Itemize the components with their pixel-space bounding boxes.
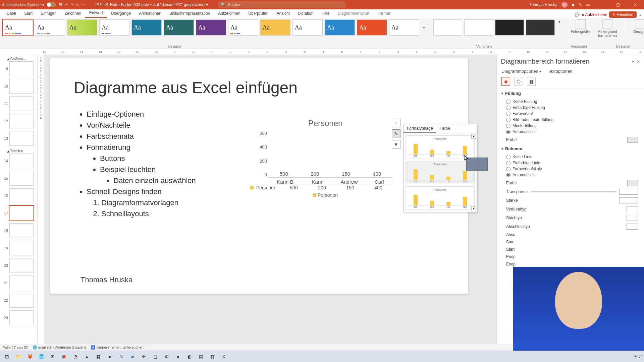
slide-thumbnail-panel[interactable]: ◢ Grafiken... 9 10 11 12 13 ◢ Tabellen 1…: [0, 55, 38, 344]
taskbar-app-icon[interactable]: ▤: [196, 352, 206, 361]
slide-size-button[interactable]: Foliengröße: [569, 19, 592, 38]
slide-thumbnail[interactable]: [9, 223, 34, 238]
fill-color-picker[interactable]: [627, 137, 638, 143]
tab-animationen[interactable]: Animationen: [135, 10, 165, 18]
comments-icon[interactable]: 💬: [575, 12, 580, 17]
taskbar-app-icon[interactable]: ⊚: [162, 352, 172, 361]
chart-styles-flyout[interactable]: Formatvorlage Farbe ▴ Personen 500200150…: [403, 124, 477, 212]
taskbar-app-icon[interactable]: ●: [173, 352, 183, 361]
taskbar-powerpoint-icon[interactable]: ▣: [59, 352, 69, 361]
slide-thumbnail[interactable]: [9, 310, 34, 325]
user-avatar[interactable]: TH: [561, 2, 568, 8]
slide-counter[interactable]: Folie 17 von 32: [3, 346, 28, 350]
flyout-tab-color[interactable]: Farbe: [436, 124, 453, 133]
taskpane-close-icon[interactable]: ✕: [637, 59, 640, 64]
slide-thumbnail[interactable]: [9, 241, 34, 255]
chart-style-option[interactable]: Personen 500200150400: [406, 186, 475, 210]
taskbar-vscode-icon[interactable]: ▰: [127, 352, 138, 361]
close-button[interactable]: ✕: [629, 2, 642, 7]
variant-thumbnail[interactable]: [526, 19, 555, 36]
taskbar-firefox-icon[interactable]: 🦊: [25, 352, 35, 361]
filename-dropdown-icon[interactable]: ▾: [206, 2, 208, 7]
transparency-slider[interactable]: [531, 191, 616, 192]
fill-pattern-radio[interactable]: Musterfüllung: [506, 123, 635, 129]
flyout-tab-style[interactable]: Formatvorlage: [404, 124, 436, 133]
taskbar-explorer-icon[interactable]: 📁: [13, 352, 23, 361]
cap-dropdown[interactable]: [627, 224, 638, 230]
slide-thumbnail[interactable]: [9, 276, 34, 290]
taskpane-dropdown-icon[interactable]: ▾: [632, 59, 634, 64]
tab-format[interactable]: Format: [373, 10, 394, 18]
theme-thumbnail[interactable]: Aa: [131, 19, 162, 36]
slide-thumbnail[interactable]: [9, 131, 34, 146]
slide-thumbnail[interactable]: [9, 171, 34, 186]
taskbar-outlook-icon[interactable]: ✉: [48, 352, 58, 361]
maximize-button[interactable]: ▢: [611, 2, 625, 7]
slide-thumbnail[interactable]: [9, 188, 34, 203]
user-name[interactable]: Thomas Hruska: [529, 2, 557, 7]
tab-aufzeichnen[interactable]: Aufzeichnen: [214, 10, 244, 18]
theme-thumbnail[interactable]: Aa: [292, 19, 323, 36]
slide-title[interactable]: Diagramme aus Excel einfügen: [74, 78, 298, 97]
tab-entwurf[interactable]: Entwurf: [85, 9, 107, 18]
tab-ansicht[interactable]: Ansicht: [272, 10, 293, 18]
undo-icon[interactable]: ↶: [65, 3, 68, 7]
accessibility-checker[interactable]: ♿ Barrierefreiheit: Untersuchen: [91, 345, 144, 350]
theme-thumbnail[interactable]: Aa: [67, 19, 97, 36]
variant-thumbnail[interactable]: [495, 19, 524, 36]
slide-thumbnail[interactable]: [9, 293, 34, 308]
size-tab-icon[interactable]: ▦: [527, 77, 536, 86]
record-button[interactable]: ● Aufzeichnen: [582, 12, 607, 17]
designs-more-icon[interactable]: ▾: [421, 25, 427, 30]
fill-gradient-radio[interactable]: Farbverlauf: [506, 111, 635, 117]
chart-plot-area[interactable]: 6004002000 500 200 150 400: [268, 131, 392, 178]
effects-tab-icon[interactable]: ⬠: [514, 77, 523, 86]
redo-icon[interactable]: ↷: [71, 3, 74, 7]
cloud-sync-icon[interactable]: ◆: [572, 2, 575, 7]
taskbar-app-icon[interactable]: ✈: [139, 352, 149, 361]
theme-thumbnail[interactable]: Aa: [260, 19, 290, 36]
text-options-tab[interactable]: Textoptionen: [548, 69, 573, 74]
border-none-radio[interactable]: Keine Linie: [506, 154, 635, 160]
fill-none-radio[interactable]: Keine Füllung: [506, 99, 635, 105]
autosave-toggle[interactable]: [47, 2, 56, 7]
minimize-button[interactable]: —: [594, 2, 607, 7]
theme-thumbnail[interactable]: Aa: [35, 19, 65, 36]
theme-thumbnail[interactable]: Aa: [164, 19, 194, 36]
border-solid-radio[interactable]: Einfarbige Linie: [506, 160, 635, 166]
language-indicator[interactable]: 🌐 Englisch (Vereinigte Staaten): [33, 345, 86, 350]
share-button[interactable]: ⇪ Freigeben: [609, 11, 637, 18]
taskbar-excel-icon[interactable]: X: [219, 352, 229, 361]
start-button[interactable]: ⊞: [2, 352, 12, 361]
theme-thumbnail[interactable]: Aa: [357, 19, 387, 36]
fill-solid-radio[interactable]: Einfarbige Füllung: [506, 105, 635, 111]
taskbar-onenote-icon[interactable]: N: [116, 352, 126, 361]
flyout-scroll-down[interactable]: ▾: [471, 206, 476, 211]
tab-start[interactable]: Start: [20, 10, 37, 18]
tab-dictation[interactable]: Dictation: [294, 10, 318, 18]
designer-button[interactable]: Designer: [629, 19, 644, 38]
variants-more-icon[interactable]: ▾: [557, 19, 562, 36]
weather-widget[interactable]: ☀ 5°: [634, 354, 642, 359]
taskbar-app-icon[interactable]: ▦: [93, 352, 103, 361]
border-section-header[interactable]: Rahmen: [497, 144, 644, 153]
draw-mode-icon[interactable]: ✎: [579, 2, 582, 7]
theme-thumbnail[interactable]: Aa: [3, 19, 33, 36]
save-icon[interactable]: 🖫: [59, 3, 62, 7]
tab-datei[interactable]: Datei: [3, 10, 20, 18]
transparency-spinner[interactable]: [619, 189, 638, 195]
compound-dropdown[interactable]: [627, 206, 638, 212]
tab-zeichnen[interactable]: Zeichnen: [61, 10, 85, 18]
chart-object[interactable]: Personen 6004002000 500 200 150 400: [255, 119, 396, 202]
slide-thumbnail[interactable]: [9, 258, 34, 273]
slide-thumbnail[interactable]: [9, 96, 34, 111]
theme-thumbnail[interactable]: Aa: [99, 19, 129, 36]
slide-body[interactable]: Einfüge-Optionen Vor/Nachteile Farbschem…: [77, 109, 196, 219]
taskbar-chrome-icon[interactable]: 🌐: [36, 352, 46, 361]
border-auto-radio[interactable]: Automatisch: [506, 172, 635, 178]
tab-ueberpruefen[interactable]: Überprüfen: [244, 10, 272, 18]
slide-canvas[interactable]: Diagramme aus Excel einfügen Einfüge-Opt…: [50, 58, 468, 294]
fill-auto-radio[interactable]: Automatisch: [506, 129, 635, 135]
taskbar-app-icon[interactable]: ◐: [184, 352, 195, 361]
qat-more-icon[interactable]: ⋯: [82, 3, 86, 7]
